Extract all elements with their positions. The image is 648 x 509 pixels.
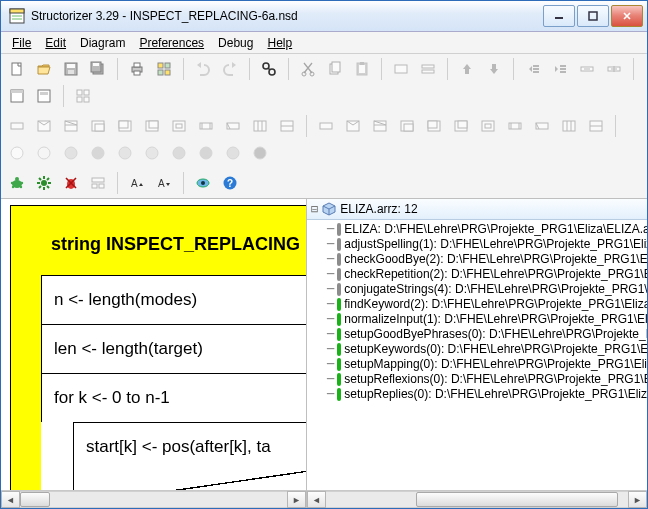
nsd-line1[interactable]: n <- length(modes) bbox=[41, 275, 306, 324]
open-icon[interactable] bbox=[32, 57, 56, 81]
indent-icon[interactable] bbox=[548, 57, 572, 81]
ins-try-icon[interactable] bbox=[275, 114, 299, 138]
font-up-icon[interactable]: A bbox=[125, 171, 149, 195]
left-hscroll[interactable]: ◄ ► bbox=[1, 490, 306, 508]
color-green-icon[interactable] bbox=[113, 141, 137, 165]
right-hscroll[interactable]: ◄ ► bbox=[307, 490, 647, 508]
add-try-icon[interactable] bbox=[584, 114, 608, 138]
color-white-icon[interactable] bbox=[5, 141, 29, 165]
add-call-icon[interactable] bbox=[503, 114, 527, 138]
tree-item[interactable]: ─setupReflexions(0): D:\FHE\Lehre\PRG\Pr… bbox=[307, 372, 647, 387]
box2-icon[interactable] bbox=[32, 84, 56, 108]
font-down-icon[interactable]: A bbox=[152, 171, 176, 195]
ins-forever-icon[interactable] bbox=[167, 114, 191, 138]
tree-item[interactable]: ─normalizeInput(1): D:\FHE\Lehre\PRG\Pro… bbox=[307, 312, 647, 327]
ins-while-icon[interactable] bbox=[113, 114, 137, 138]
scroll-left-icon[interactable]: ◄ bbox=[1, 491, 20, 508]
add-alt-icon[interactable] bbox=[341, 114, 365, 138]
ins-alt-icon[interactable] bbox=[32, 114, 56, 138]
save-icon[interactable] bbox=[59, 57, 83, 81]
ins-jump-icon[interactable] bbox=[221, 114, 245, 138]
color-purple-icon[interactable] bbox=[194, 141, 218, 165]
turtle-icon[interactable] bbox=[5, 171, 29, 195]
nsd-line2[interactable]: len <- length(target) bbox=[41, 324, 306, 373]
ins-call-icon[interactable] bbox=[194, 114, 218, 138]
scroll-left-icon[interactable]: ◄ bbox=[307, 491, 326, 508]
ins-repeat-icon[interactable] bbox=[140, 114, 164, 138]
ins-for-icon[interactable] bbox=[86, 114, 110, 138]
color-gray-icon[interactable] bbox=[221, 141, 245, 165]
menu-file[interactable]: File bbox=[5, 34, 38, 52]
box1-icon[interactable] bbox=[5, 84, 29, 108]
expand-icon[interactable] bbox=[602, 57, 626, 81]
ins-case-icon[interactable] bbox=[59, 114, 83, 138]
color-dark-icon[interactable] bbox=[248, 141, 272, 165]
menu-help[interactable]: Help bbox=[260, 34, 299, 52]
movedown-icon[interactable] bbox=[482, 57, 506, 81]
tree-item[interactable]: ─ELIZA: D:\FHE\Lehre\PRG\Projekte_PRG1\E… bbox=[307, 222, 647, 237]
find-icon[interactable] bbox=[257, 57, 281, 81]
scroll-right-icon[interactable]: ► bbox=[287, 491, 306, 508]
paste-icon[interactable] bbox=[350, 57, 374, 81]
grid-icon[interactable] bbox=[71, 84, 95, 108]
new-icon[interactable] bbox=[5, 57, 29, 81]
ins-para-icon[interactable] bbox=[248, 114, 272, 138]
outdent-icon[interactable] bbox=[521, 57, 545, 81]
collapse-icon[interactable] bbox=[575, 57, 599, 81]
elem2-icon[interactable] bbox=[416, 57, 440, 81]
menu-debug[interactable]: Debug bbox=[211, 34, 260, 52]
add-forever-icon[interactable] bbox=[476, 114, 500, 138]
gear-icon[interactable] bbox=[32, 171, 56, 195]
redo-icon[interactable] bbox=[218, 57, 242, 81]
color-orange-icon[interactable] bbox=[59, 141, 83, 165]
arrange-icon[interactable] bbox=[152, 57, 176, 81]
nsd-body1[interactable]: start[k] <- pos(after[k], ta bbox=[73, 422, 306, 471]
print-icon[interactable] bbox=[125, 57, 149, 81]
color-blue-icon[interactable] bbox=[167, 141, 191, 165]
minimize-button[interactable] bbox=[543, 5, 575, 27]
elem1-icon[interactable] bbox=[389, 57, 413, 81]
tree-item[interactable]: ─checkGoodBye(2): D:\FHE\Lehre\PRG\Proje… bbox=[307, 252, 647, 267]
color-yellow-icon[interactable] bbox=[32, 141, 56, 165]
struct-icon[interactable] bbox=[86, 171, 110, 195]
nsd-diagram[interactable]: string INSPECT_REPLACING n <- length(mod… bbox=[10, 205, 306, 490]
tree-item[interactable]: ─setupGoodByePhrases(0): D:\FHE\Lehre\PR… bbox=[307, 327, 647, 342]
close-button[interactable] bbox=[611, 5, 643, 27]
add-for-icon[interactable] bbox=[395, 114, 419, 138]
scroll-thumb[interactable] bbox=[20, 492, 50, 507]
save-all-icon[interactable] bbox=[86, 57, 110, 81]
tree-item[interactable]: ─adjustSpelling(1): D:\FHE\Lehre\PRG\Pro… bbox=[307, 237, 647, 252]
help-icon[interactable]: ? bbox=[218, 171, 242, 195]
tree-item[interactable]: ─setupKeywords(0): D:\FHE\Lehre\PRG\Proj… bbox=[307, 342, 647, 357]
add-para-icon[interactable] bbox=[557, 114, 581, 138]
tree-item[interactable]: ─findKeyword(2): D:\FHE\Lehre\PRG\Projek… bbox=[307, 297, 647, 312]
nsd-title[interactable]: string INSPECT_REPLACING bbox=[41, 216, 306, 275]
tree-root[interactable]: ⊟ ELIZA.arrz: 12 bbox=[307, 199, 647, 220]
tree-item[interactable]: ─checkRepetition(2): D:\FHE\Lehre\PRG\Pr… bbox=[307, 267, 647, 282]
add-repeat-icon[interactable] bbox=[449, 114, 473, 138]
add-jump-icon[interactable] bbox=[530, 114, 554, 138]
nsd-condition-shape[interactable] bbox=[73, 471, 306, 490]
add-rect-icon[interactable] bbox=[314, 114, 338, 138]
add-while-icon[interactable] bbox=[422, 114, 446, 138]
menu-preferences[interactable]: Preferences bbox=[132, 34, 211, 52]
add-case-icon[interactable] bbox=[368, 114, 392, 138]
undo-icon[interactable] bbox=[191, 57, 215, 81]
color-red-icon[interactable] bbox=[86, 141, 110, 165]
eye-icon[interactable] bbox=[191, 171, 215, 195]
menu-diagram[interactable]: Diagram bbox=[73, 34, 132, 52]
collapse-toggle-icon[interactable]: ⊟ bbox=[311, 202, 318, 216]
scroll-right-icon[interactable]: ► bbox=[628, 491, 647, 508]
scroll-thumb[interactable] bbox=[416, 492, 618, 507]
tree-item[interactable]: ─setupReplies(0): D:\FHE\Lehre\PRG\Proje… bbox=[307, 387, 647, 402]
bug-icon[interactable] bbox=[59, 171, 83, 195]
ins-rect-icon[interactable] bbox=[5, 114, 29, 138]
cut-icon[interactable] bbox=[296, 57, 320, 81]
nsd-loop[interactable]: for k <- 0 to n-1 bbox=[41, 373, 306, 422]
tree-item[interactable]: ─setupMapping(0): D:\FHE\Lehre\PRG\Proje… bbox=[307, 357, 647, 372]
maximize-button[interactable] bbox=[577, 5, 609, 27]
copy-icon[interactable] bbox=[323, 57, 347, 81]
moveup-icon[interactable] bbox=[455, 57, 479, 81]
menu-edit[interactable]: Edit bbox=[38, 34, 73, 52]
tree-item[interactable]: ─conjugateStrings(4): D:\FHE\Lehre\PRG\P… bbox=[307, 282, 647, 297]
